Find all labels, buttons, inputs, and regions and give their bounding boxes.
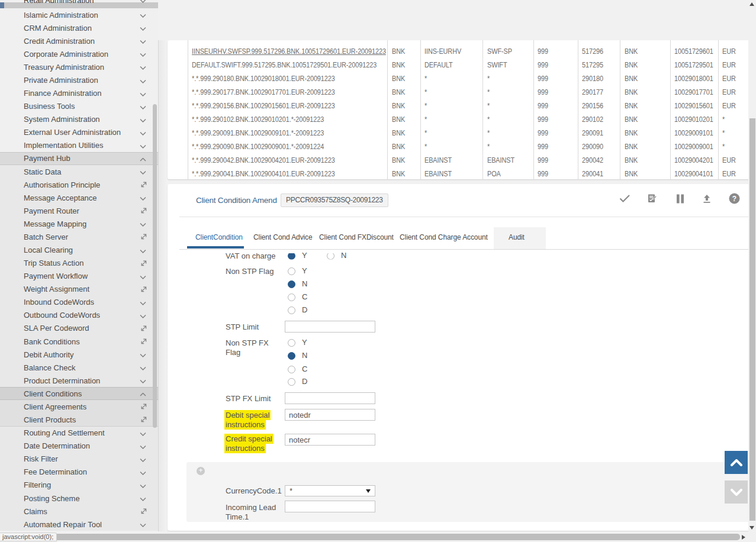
tab-client-cond-advice[interactable]: Client Cond Advice: [253, 233, 313, 242]
table-cell: BNK: [392, 129, 405, 137]
radio-non-stp-fx-flag-n[interactable]: [288, 352, 295, 360]
sidebar-item-posting-scheme[interactable]: Posting Scheme: [0, 492, 158, 505]
sidebar-item-message-acceptance[interactable]: Message Acceptance: [0, 191, 158, 204]
tab-client-cond-fxdiscount[interactable]: Client Cond FXDiscount: [319, 233, 394, 242]
record-key-link[interactable]: *.*.999.290177.BNK.10029017701.EUR-20091…: [192, 88, 335, 96]
record-key-link[interactable]: *.*.999.290180.BNK.10029018001.EUR-20091…: [192, 75, 335, 83]
sidebar-item-risk-filter[interactable]: Risk Filter: [0, 453, 158, 466]
sidebar-item-date-determination[interactable]: Date Determination: [0, 440, 158, 453]
sidebar-scrollbar-thumb[interactable]: [153, 104, 157, 428]
tab-clientcondition[interactable]: ClientCondition: [195, 233, 243, 242]
sidebar-item-finance-administration[interactable]: Finance Administration: [0, 87, 158, 100]
radio-vat-on-charge-y[interactable]: [288, 252, 295, 260]
sidebar-item-debit-authority[interactable]: Debit Authority: [0, 348, 158, 361]
record-key-link[interactable]: *.*.999.290156.BNK.10029015601.EUR-20091…: [192, 102, 335, 110]
sidebar-item-private-administration[interactable]: Private Administration: [0, 73, 158, 86]
radio-non-stp-fx-flag-y[interactable]: [288, 339, 295, 347]
sidebar-item-client-conditions[interactable]: Client Conditions: [0, 387, 158, 400]
sidebar-item-payment-router[interactable]: Payment Router: [0, 204, 158, 217]
input-debit-special-instructions[interactable]: [285, 409, 375, 421]
chevron-down-icon: [140, 76, 147, 84]
radio-non-stp-flag-n[interactable]: [288, 280, 295, 288]
scroll-to-bottom-button[interactable]: [725, 480, 748, 504]
chevron-down-icon: [140, 429, 147, 437]
chevron-down-icon: [140, 50, 147, 58]
page-title: Client Condition Amend: [196, 194, 277, 207]
search-highlight: Credit special instructions: [224, 434, 274, 453]
record-key-link[interactable]: *.*.999.290041.BNK.10029004101.EUR-20091…: [192, 170, 335, 178]
sidebar-item-payment-hub[interactable]: Payment Hub: [0, 152, 158, 165]
sidebar-item-implementation-utilities[interactable]: Implementation Utilities: [0, 139, 158, 152]
sidebar-item-routing-and-settlement[interactable]: Routing And Settlement: [0, 427, 158, 440]
sidebar-item-static-data[interactable]: Static Data: [0, 165, 158, 178]
record-key-link[interactable]: IINSEURHV.SWFSP.999.517296.BNK.100517296…: [192, 47, 386, 56]
sidebar-item-inbound-codewords[interactable]: Inbound CodeWords: [0, 296, 158, 309]
sidebar-item-treasury-administration[interactable]: Treasury Administration: [0, 60, 158, 73]
sidebar-item-batch-server[interactable]: Batch Server: [0, 230, 158, 243]
sidebar-item-message-mapping[interactable]: Message Mapping: [0, 217, 158, 230]
sidebar-item-system-administration[interactable]: System Administration: [0, 113, 158, 126]
select-currency-code-1[interactable]: *: [285, 485, 375, 496]
sidebar-item-balance-check[interactable]: Balance Check: [0, 361, 158, 374]
tab-audit[interactable]: Audit: [509, 233, 525, 242]
sidebar-item-authorisation-principle[interactable]: Authorisation Principle: [0, 178, 158, 191]
sidebar-item-trip-status-action[interactable]: Trip Status Action: [0, 257, 158, 270]
sidebar-item-label: Credit Administration: [24, 37, 95, 46]
sidebar-item-client-products[interactable]: Client Products: [0, 414, 158, 427]
sidebar-item-label: Debit Authority: [24, 350, 74, 359]
sidebar-item-crm-administration[interactable]: CRM Administration: [0, 21, 158, 34]
input-stp-fx-limit[interactable]: [285, 392, 375, 404]
record-key-link[interactable]: DEFAULT.SWIFT.999.517295.BNK.10051729501…: [192, 61, 377, 69]
sidebar-item-sla-per-codeword[interactable]: SLA Per Codeword: [0, 322, 158, 335]
sidebar-item-corporate-administration[interactable]: Corporate Administration: [0, 47, 158, 60]
verify-record-button[interactable]: [644, 193, 660, 207]
scrollbar-right-arrow[interactable]: [742, 535, 745, 540]
scrollbar-down-arrow[interactable]: [749, 526, 754, 530]
radio-non-stp-fx-flag-c[interactable]: [288, 366, 295, 373]
hold-button[interactable]: [672, 193, 689, 207]
launch-icon: [140, 285, 147, 293]
input-incoming-lead-time-1[interactable]: [285, 501, 375, 512]
launch-icon: [140, 324, 147, 332]
sidebar-item-bank-conditions[interactable]: Bank Conditions: [0, 335, 158, 348]
record-key-link[interactable]: *.*.999.290090.BNK.10029009001.*-2009122…: [192, 143, 324, 151]
sidebar-item-filtering[interactable]: Filtering: [0, 479, 158, 492]
record-key-link[interactable]: *.*.999.290102.BNK.10029010201.*-2009122…: [192, 115, 324, 124]
input-stp-limit[interactable]: [285, 321, 375, 333]
vertical-scrollbar-thumb[interactable]: [749, 118, 755, 521]
sidebar-item-retail-administration[interactable]: Retail Administration: [0, 0, 158, 8]
sidebar-item-fee-determination[interactable]: Fee Determination: [0, 466, 158, 479]
radio-non-stp-flag-d[interactable]: [288, 307, 295, 314]
check-icon: [619, 194, 630, 205]
sidebar-item-business-tools[interactable]: Business Tools: [0, 100, 158, 113]
record-key-link[interactable]: *.*.999.290091.BNK.10029009101.*-2009122…: [192, 129, 324, 137]
sidebar-item-local-clearing[interactable]: Local Clearing: [0, 243, 158, 256]
input-credit-special-instructions[interactable]: [285, 434, 375, 446]
chevron-down-icon: [140, 168, 147, 176]
record-key-link[interactable]: *.*.999.290042.BNK.10029004201.EUR-20091…: [192, 156, 335, 164]
sidebar-item-islamic-administration[interactable]: Islamic Administration: [0, 8, 158, 21]
table-cell: DEFAULT: [424, 61, 453, 69]
sidebar-item-weight-assignment[interactable]: Weight Assignment: [0, 283, 158, 296]
sidebar-item-client-agreements[interactable]: Client Agreements: [0, 400, 158, 413]
help-button[interactable]: ?: [726, 193, 742, 207]
scroll-to-top-button[interactable]: [725, 451, 748, 474]
approve-button[interactable]: [616, 193, 633, 207]
sidebar-item-claims[interactable]: Claims: [0, 505, 158, 518]
sidebar-item-label: Corporate Administration: [24, 50, 108, 59]
sidebar-item-product-determination[interactable]: Product Determination: [0, 374, 158, 387]
sidebar-item-external-user-administration[interactable]: External User Administration: [0, 126, 158, 139]
upload-button[interactable]: [699, 193, 715, 207]
add-row-button[interactable]: +: [197, 467, 205, 475]
radio-non-stp-flag-y[interactable]: [288, 267, 295, 275]
sidebar-item-automated-repair-tool[interactable]: Automated Repair Tool: [0, 518, 158, 531]
horizontal-scrollbar-thumb[interactable]: [8, 534, 740, 540]
sidebar-item-outbound-codewords[interactable]: Outbound CodeWords: [0, 309, 158, 322]
sidebar-item-payment-workflow[interactable]: Payment Workflow: [0, 270, 158, 283]
tab-client-cond-charge-account[interactable]: Client Cond Charge Account: [400, 233, 488, 242]
radio-non-stp-fx-flag-d[interactable]: [288, 378, 295, 386]
sidebar-item-credit-administration[interactable]: Credit Administration: [0, 34, 158, 47]
radio-vat-on-charge-n[interactable]: [327, 252, 334, 260]
scrollbar-up-arrow[interactable]: [749, 2, 754, 6]
radio-non-stp-flag-c[interactable]: [288, 293, 295, 301]
